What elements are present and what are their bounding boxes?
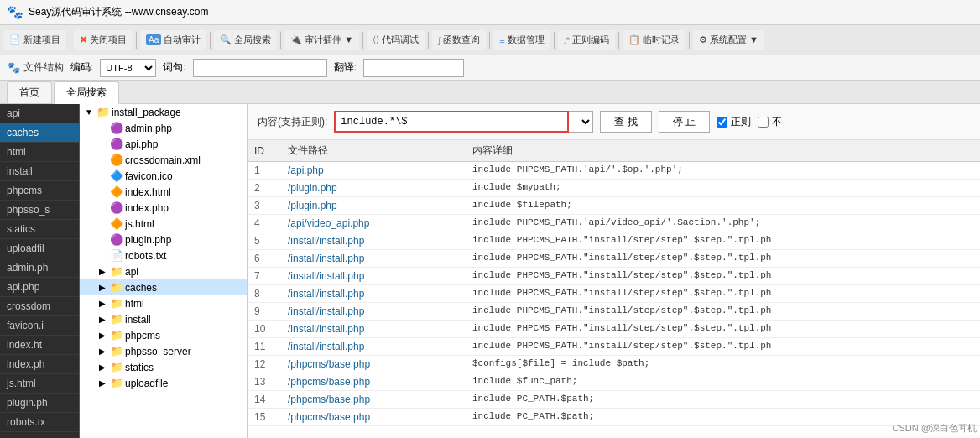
- table-row[interactable]: 3 /plugin.php include $filepath;: [248, 197, 980, 215]
- tree-file-indexhtml[interactable]: 🔶 index.html: [80, 184, 247, 200]
- close-project-button[interactable]: ✖ 关闭项目: [74, 30, 133, 50]
- tree-file-robotstxt[interactable]: 📄 robots.txt: [80, 248, 247, 263]
- sidebar-item-adminph[interactable]: admin.ph: [0, 258, 79, 278]
- tree-toggle[interactable]: ▼: [83, 107, 95, 118]
- search-stop-button[interactable]: 停 止: [659, 111, 710, 133]
- sidebar-item-statics[interactable]: statics: [0, 220, 79, 239]
- table-row[interactable]: 13 /phpcms/base.php include $func_path;: [248, 373, 980, 391]
- cell-detail: include PHPCMS_PATH.'api/'.$op.'.php';: [466, 162, 980, 180]
- cell-path: /plugin.php: [281, 180, 466, 197]
- cell-id: 4: [248, 215, 281, 232]
- sidebar-item-crossdom[interactable]: crossdom: [0, 297, 79, 316]
- sidebar-item-apiphp[interactable]: api.php: [0, 278, 79, 297]
- tabbar: 首页 全局搜索: [0, 81, 980, 104]
- table-row[interactable]: 6 /install/install.php include PHPCMS_PA…: [248, 250, 980, 268]
- tree-folder-api[interactable]: ▶ 📁 api: [80, 263, 247, 279]
- temp-record-button[interactable]: 📋 临时记录: [623, 30, 685, 50]
- cell-detail: include PHPCMS_PATH."install/step/step".…: [466, 338, 980, 356]
- audit-plugin-button[interactable]: 🔌 审计插件 ▼: [284, 30, 359, 50]
- separator: [489, 32, 490, 49]
- table-row[interactable]: 5 /install/install.php include PHPCMS_PA…: [248, 232, 980, 250]
- sidebar-item-robotstx[interactable]: robots.tx: [0, 413, 79, 432]
- new-project-icon: 📄: [9, 34, 21, 45]
- tree-file-indexphp[interactable]: 🟣 index.php: [80, 200, 247, 216]
- regex-checkbox[interactable]: [717, 117, 727, 128]
- col-path: 文件路径: [281, 140, 466, 162]
- sidebar-item-pluginph[interactable]: plugin.ph: [0, 394, 79, 413]
- cell-id: 13: [248, 373, 281, 391]
- table-row[interactable]: 10 /install/install.php include PHPCMS_P…: [248, 321, 980, 338]
- sidebar-item-faviconi[interactable]: favicon.i: [0, 316, 79, 336]
- cell-path: /install/install.php: [281, 303, 466, 321]
- tree-root[interactable]: ▼ 📁 install_package: [80, 104, 247, 120]
- table-row[interactable]: 8 /install/install.php include PHPCMS_PA…: [248, 285, 980, 303]
- php-file-icon: 🟣: [110, 201, 123, 214]
- watermark: CSDN @深白色耳机: [893, 422, 977, 435]
- cell-detail: include $func_path;: [466, 373, 980, 391]
- sidebar-item-api[interactable]: api: [0, 104, 79, 123]
- tree-file-apiphp[interactable]: 🟣 api.php: [80, 136, 247, 152]
- cell-path: /phpcms/base.php: [281, 409, 466, 426]
- tree-file-favicon[interactable]: 🔷 favicon.ico: [80, 168, 247, 184]
- func-query-button[interactable]: ∫ 函数查询: [432, 30, 486, 50]
- global-search-button[interactable]: 🔍 全局搜索: [214, 30, 277, 50]
- search-input-wrap: [334, 111, 593, 133]
- tree-folder-uploadfile[interactable]: ▶ 📁 uploadfile: [80, 375, 247, 391]
- sys-config-button[interactable]: ⚙ 系统配置 ▼: [693, 30, 764, 50]
- cell-detail: include PHPCMS_PATH."install/step/step".…: [466, 303, 980, 321]
- tree-folder-statics[interactable]: ▶ 📁 statics: [80, 359, 247, 375]
- col-id: ID: [248, 140, 281, 162]
- code-debug-button[interactable]: ⟨⟩ 代码调试: [367, 30, 425, 50]
- search-find-button[interactable]: 查 找: [600, 111, 651, 133]
- folder-icon: 📁: [110, 345, 123, 357]
- sidebar-item-phpcms[interactable]: phpcms: [0, 181, 79, 201]
- table-row[interactable]: 11 /install/install.php include PHPCMS_P…: [248, 338, 980, 356]
- tree-folder-phpcms[interactable]: ▶ 📁 phpcms: [80, 327, 247, 343]
- sidebar-item-jshtml[interactable]: js.html: [0, 374, 79, 394]
- search-history-dropdown[interactable]: [569, 111, 593, 133]
- tree-file-jshtml[interactable]: 🔶 js.html: [80, 216, 247, 232]
- search-content-label: 内容(支持正则):: [258, 115, 327, 129]
- regex-encode-button[interactable]: .* 正则编码: [558, 30, 615, 50]
- sidebar-item-install[interactable]: install: [0, 162, 79, 181]
- tree-folder-install[interactable]: ▶ 📁 install: [80, 311, 247, 327]
- cell-path: /install/install.php: [281, 321, 466, 338]
- table-row[interactable]: 4 /api/video_api.php include PHPCMS_PATH…: [248, 215, 980, 232]
- separator: [210, 32, 211, 49]
- data-manage-button[interactable]: ≡ 数据管理: [493, 30, 550, 50]
- tree-file-adminphp[interactable]: 🟣 admin.php: [80, 120, 247, 136]
- table-row[interactable]: 9 /install/install.php include PHPCMS_PA…: [248, 303, 980, 321]
- search-content-input[interactable]: [334, 111, 569, 133]
- cell-id: 6: [248, 250, 281, 268]
- table-row[interactable]: 2 /plugin.php include $mypath;: [248, 180, 980, 197]
- sidebar-item-indexht[interactable]: index.ht: [0, 336, 79, 355]
- translate-input[interactable]: [363, 59, 464, 77]
- table-row[interactable]: 1 /api.php include PHPCMS_PATH.'api/'.$o…: [248, 162, 980, 180]
- encode-select[interactable]: UTF-8 GBK GB2312: [100, 59, 156, 77]
- tree-folder-phpsso[interactable]: ▶ 📁 phpsso_server: [80, 343, 247, 359]
- tab-global-search[interactable]: 全局搜索: [54, 81, 119, 104]
- table-row[interactable]: 15 /phpcms/base.php include PC_PATH.$pat…: [248, 409, 980, 426]
- table-row[interactable]: 12 /phpcms/base.php $configs[$file] = in…: [248, 356, 980, 373]
- data-manage-icon: ≡: [499, 35, 504, 45]
- sidebar-item-uploadfil[interactable]: uploadfil: [0, 239, 79, 258]
- sidebar-item-indexph[interactable]: index.ph: [0, 355, 79, 374]
- tree-folder-caches[interactable]: ▶ 📁 caches: [80, 279, 247, 295]
- keyword-input[interactable]: [193, 59, 327, 77]
- filetree: ▼ 📁 install_package 🟣 admin.php 🟣 api.ph…: [80, 104, 248, 438]
- sidebar-item-caches[interactable]: caches: [0, 123, 79, 143]
- auto-audit-button[interactable]: Aa 自动审计: [140, 30, 206, 50]
- tab-home[interactable]: 首页: [7, 81, 52, 103]
- new-project-button[interactable]: 📄 新建项目: [3, 30, 66, 50]
- sidebar-item-phpsso[interactable]: phpsso_s: [0, 201, 79, 220]
- folder-icon: 📁: [110, 313, 123, 326]
- tree-file-pluginphp[interactable]: 🟣 plugin.php: [80, 232, 247, 248]
- table-row[interactable]: 7 /install/install.php include PHPCMS_PA…: [248, 268, 980, 285]
- sidebar-item-html[interactable]: html: [0, 143, 79, 162]
- tree-file-crossdomain[interactable]: 🟠 crossdomain.xml: [80, 152, 247, 168]
- file-struct-icon: 🐾: [7, 61, 20, 74]
- toolbar: 📄 新建项目 ✖ 关闭项目 Aa 自动审计 🔍 全局搜索 🔌 审计插件 ▼ ⟨⟩…: [0, 25, 980, 55]
- table-row[interactable]: 14 /phpcms/base.php include PC_PATH.$pat…: [248, 391, 980, 409]
- not-checkbox[interactable]: [758, 117, 769, 128]
- tree-folder-html[interactable]: ▶ 📁 html: [80, 295, 247, 311]
